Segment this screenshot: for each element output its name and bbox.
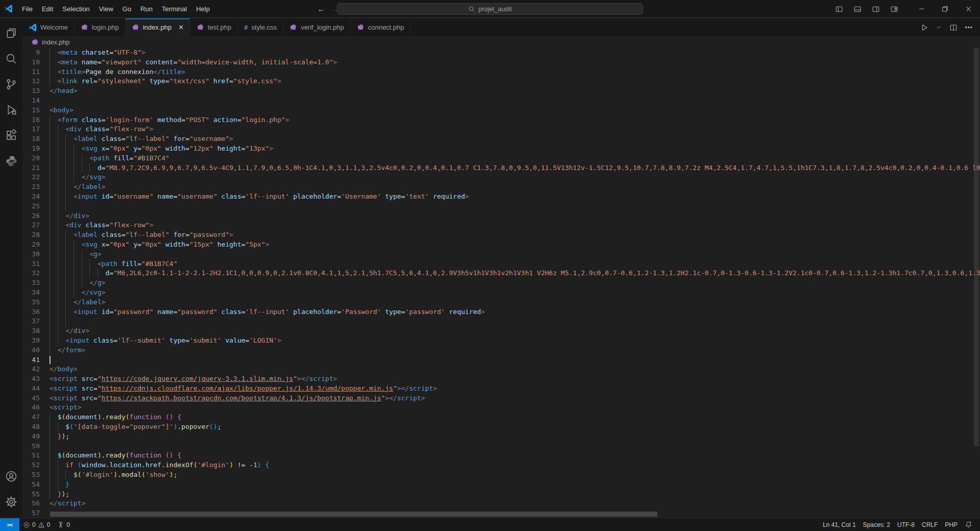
code-line-10[interactable]: 10 <meta name="viewport" content="width=… [22,58,980,67]
notifications-bell[interactable] [961,518,976,531]
code-line-20[interactable]: 20 <path fill="#B1B7C4" [22,154,980,163]
tab-verif_login.php[interactable]: verif_login.php [283,18,351,36]
code-line-16[interactable]: 16 <form class='login-form' method="POST… [22,115,980,125]
code-line-15[interactable]: 15<body> [22,106,980,115]
breadcrumb[interactable]: index.php [22,36,980,48]
more-actions-button[interactable]: ⋯ [965,23,973,31]
code-line-9[interactable]: 9 <meta charset="UTF-8"> [22,48,980,58]
activity-source-control[interactable] [0,71,22,97]
activity-search[interactable] [0,46,22,71]
command-center-search[interactable]: projet_audit [337,3,643,15]
horizontal-scrollbar[interactable] [50,512,657,517]
layout-sidebar-right-button[interactable] [869,3,883,16]
split-editor-button[interactable] [949,23,958,32]
code-line-36[interactable]: 36 <input id="password" name="password" … [22,307,980,317]
code-line-33[interactable]: 33 </g> [22,278,980,288]
code-line-27[interactable]: 27 <div class="flex-row"> [22,221,980,230]
code-line-42[interactable]: 42</body> [22,365,980,374]
activity-extensions[interactable] [0,123,22,148]
code-line-18[interactable]: 18 <label class="lf--label" for="usernam… [22,134,980,144]
code-line-50[interactable]: 50 [22,442,980,451]
code-line-56[interactable]: 56</script> [22,499,980,509]
code-line-51[interactable]: 51 $(document).ready(function () { [22,451,980,461]
code-line-39[interactable]: 39 <input class='lf--submit' type='submi… [22,336,980,346]
language-mode-status[interactable]: PHP [941,518,961,531]
code-line-31[interactable]: 31 <path fill="#B1B7C4" [22,259,980,269]
problems-status[interactable]: 0 0 [19,518,54,531]
code-line-35[interactable]: 35 </label> [22,298,980,307]
encoding-status[interactable]: UTF-8 [894,518,918,531]
code-line-44[interactable]: 44<script src="https://cdnjs.cloudflare.… [22,384,980,394]
code-line-24[interactable]: 24 <input id="username" name="username" … [22,192,980,202]
tab-connect.php[interactable]: connect.php [351,18,411,36]
code-line-22[interactable]: 22 </svg> [22,173,980,182]
activity-files[interactable] [0,20,22,46]
code-line-46[interactable]: 46<script> [22,403,980,413]
cursor-position-status[interactable]: Ln 41, Col 1 [819,518,860,531]
code-line-19[interactable]: 19 <svg x="0px" y="0px" width="12px" hei… [22,144,980,154]
activity-account[interactable] [0,464,22,489]
menu-item-run[interactable]: Run [136,3,157,15]
restore-button[interactable] [933,0,957,18]
code-line-49[interactable]: 49 }); [22,432,980,442]
menu-item-terminal[interactable]: Terminal [157,3,191,15]
code-line-47[interactable]: 47 $(document).ready(function () { [22,413,980,422]
code-line-30[interactable]: 30 <g> [22,250,980,259]
code-line-43[interactable]: 43<script src="https://code.jquery.com/j… [22,374,980,384]
tab-close-icon[interactable]: ✕ [178,24,184,31]
code-line-38[interactable]: 38 </div> [22,326,980,336]
indentation-status[interactable]: Spaces: 2 [860,518,894,531]
remote-indicator[interactable]: >< [0,518,19,531]
ports-status[interactable]: 0 [54,518,74,531]
activity-python[interactable] [0,148,22,174]
activity-settings[interactable] [0,489,22,515]
menu-item-selection[interactable]: Selection [58,3,94,15]
code-line-25[interactable]: 25 [22,202,980,211]
menu-item-view[interactable]: View [94,3,118,15]
code-line-55[interactable]: 55 }); [22,490,980,499]
tab-login.php[interactable]: login.php [75,18,126,36]
close-button[interactable] [957,0,980,18]
code-editor[interactable]: 9 <meta charset="UTF-8">10 <meta name="v… [22,48,980,518]
menu-item-go[interactable]: Go [118,3,136,15]
tab-style.css[interactable]: #style.css [238,18,283,36]
code-line-48[interactable]: 48 $('[data-toggle="popover"]').popover(… [22,422,980,432]
code-line-23[interactable]: 23 </label> [22,182,980,192]
menu-item-edit[interactable]: Edit [37,3,58,15]
code-line-21[interactable]: 21 d="M8.9,7.2C9,6.9,9,6.7,9,6.5v-4C9,1.… [22,163,980,173]
indent-guide [74,269,74,278]
eol-status[interactable]: CRLF [918,518,941,531]
code-line-11[interactable]: 11 <title>Page de connexion</title> [22,67,980,77]
activity-debug[interactable] [0,97,22,123]
menu-item-file[interactable]: File [17,3,37,15]
layout-sidebar-left-button[interactable] [832,3,846,16]
tab-test.php[interactable]: test.php [190,18,238,36]
code-line-12[interactable]: 12 <link rel="stylesheet" type="text/css… [22,77,980,86]
line-number: 9 [22,48,40,58]
code-line-52[interactable]: 52 if (window.location.href.indexOf('#lo… [22,461,980,470]
minimize-button[interactable] [910,0,933,18]
code-line-14[interactable]: 14 [22,96,980,106]
code-line-17[interactable]: 17 <div class="flex-row"> [22,125,980,134]
code-line-29[interactable]: 29 <svg x="0px" y="0px" width="15px" hei… [22,240,980,250]
code-line-26[interactable]: 26 </div> [22,211,980,221]
code-line-28[interactable]: 28 <label class="lf--label" for="passwor… [22,230,980,240]
code-line-34[interactable]: 34 </svg> [22,288,980,298]
code-line-37[interactable]: 37 [22,317,980,326]
code-line-53[interactable]: 53 $('#login').modal('show'); [22,470,980,480]
back-arrow-icon[interactable]: ← [317,5,325,13]
menu-item-help[interactable]: Help [191,3,214,15]
tab-index.php[interactable]: index.php✕ [126,18,190,36]
code-line-45[interactable]: 45<script src="https://stackpath.bootstr… [22,394,980,403]
code-line-13[interactable]: 13</head> [22,86,980,96]
code-line-40[interactable]: 40 </form> [22,346,980,355]
layout-panel-button[interactable] [851,3,864,16]
tab-welcome[interactable]: Welcome [22,18,75,36]
code-line-32[interactable]: 32 d="M6,2L6,2c0-1.1-1-2-2.1-2H2.1C1,0,0… [22,269,980,278]
run-button[interactable] [920,23,928,32]
layout-customize-button[interactable] [888,3,901,16]
vertical-scrollbar[interactable] [974,48,979,446]
chevron-down-button[interactable] [936,24,942,31]
code-line-54[interactable]: 54 } [22,480,980,490]
code-line-41[interactable]: 41 [22,355,980,365]
